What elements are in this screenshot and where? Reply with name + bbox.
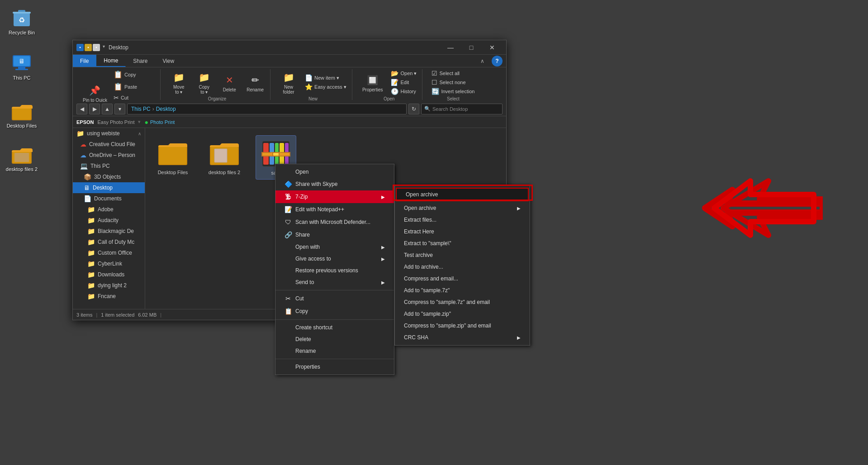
ctx-notepad[interactable]: 📝 Edit with Notepad++ bbox=[275, 203, 394, 216]
ctx-open-with[interactable]: Open with ▶ bbox=[275, 241, 394, 253]
breadcrumb-part-2: Desktop bbox=[156, 106, 176, 112]
sidebar-item-call-of-duty[interactable]: 📁 Call of Duty Mc bbox=[73, 237, 145, 247]
desktop-files-2-label: desktop files 2 bbox=[6, 166, 38, 172]
sidebar-item-onedrive[interactable]: ☁ OneDrive – Person bbox=[73, 150, 145, 161]
desktop-icon-desktop-files[interactable]: Desktop Files bbox=[4, 98, 40, 130]
explorer-title: Desktop bbox=[109, 44, 440, 51]
file-desktop-files[interactable]: Desktop Files bbox=[152, 135, 193, 179]
easy-access-button[interactable]: ⭐Easy access ▾ bbox=[303, 83, 348, 91]
submenu-extract-here[interactable]: Extract Here bbox=[395, 226, 530, 237]
tab-home[interactable]: Home bbox=[96, 55, 126, 67]
search-icon: 🔍 bbox=[424, 106, 431, 112]
sidebar-item-blackmagic[interactable]: 📁 Blackmagic De bbox=[73, 226, 145, 237]
move-to-button[interactable]: 📁 Moveto ▾ bbox=[168, 69, 190, 95]
ctx-properties[interactable]: Properties bbox=[275, 361, 394, 373]
sidebar: 📁 using webiste ∧ ☁ Creative Cloud File … bbox=[73, 128, 145, 309]
ctx-send-to[interactable]: Send to ▶ bbox=[275, 276, 394, 288]
ctx-cut-icon: ✂ bbox=[285, 295, 292, 302]
submenu-crc-sha[interactable]: CRC SHA ▶ bbox=[395, 332, 530, 343]
select-all-btn[interactable]: ☑Select all bbox=[430, 69, 476, 77]
forward-button[interactable]: ▶ bbox=[89, 104, 100, 114]
recycle-bin-label: Recycle Bin bbox=[9, 30, 35, 35]
titlebar-icon-2: ▪ bbox=[85, 44, 92, 51]
tab-file[interactable]: File bbox=[73, 55, 96, 67]
ctx-defender-icon: 🛡 bbox=[285, 218, 292, 226]
ctx-copy-icon: 📋 bbox=[285, 308, 292, 315]
sidebar-item-adobe[interactable]: 📁 Adobe bbox=[73, 204, 145, 215]
sidebar-item-desktop[interactable]: 🖥 Desktop bbox=[73, 182, 145, 193]
refresh-button[interactable]: ↻ bbox=[408, 104, 419, 114]
address-bar: ◀ ▶ ▲ ▾ This PC › Desktop ↻ 🔍 Search Des… bbox=[73, 102, 506, 116]
breadcrumb[interactable]: This PC › Desktop bbox=[127, 104, 407, 114]
submenu-add-7z[interactable]: Add to "sample.7z" bbox=[395, 285, 530, 296]
ctx-give-access[interactable]: Give access to ▶ bbox=[275, 253, 394, 265]
this-pc-label: This PC bbox=[13, 75, 30, 81]
desktop-icon-desktop-files-2[interactable]: desktop files 2 bbox=[4, 141, 40, 174]
ctx-create-shortcut[interactable]: Create shortcut bbox=[275, 322, 394, 333]
desktop-icon-recycle-bin[interactable]: ♻ Recycle Bin bbox=[4, 5, 40, 37]
sidebar-item-fncane[interactable]: 📁 Fncane bbox=[73, 291, 145, 302]
invert-selection-btn[interactable]: 🔄Invert selection bbox=[430, 87, 476, 95]
minimize-button[interactable]: — bbox=[440, 40, 461, 55]
paste-button[interactable]: 📋 Paste bbox=[112, 81, 157, 92]
copy-to-button[interactable]: 📁 Copyto ▾ bbox=[193, 69, 215, 95]
svg-rect-15 bbox=[159, 147, 186, 164]
ctx-cut[interactable]: ✂ Cut bbox=[275, 292, 394, 305]
back-button[interactable]: ◀ bbox=[76, 104, 87, 114]
sidebar-item-downloads[interactable]: 📁 Downloads bbox=[73, 269, 145, 280]
title-bar: ▪ ▪ ▪ ▾ Desktop — □ ✕ bbox=[73, 40, 506, 55]
new-folder-button[interactable]: 📁 Newfolder bbox=[278, 69, 299, 95]
select-none-btn[interactable]: ☐Select none bbox=[430, 78, 476, 86]
properties-button[interactable]: 🔲 Properties bbox=[360, 72, 386, 93]
desktop-icon-this-pc[interactable]: 🖥 This PC bbox=[4, 50, 40, 82]
svg-rect-7 bbox=[15, 69, 28, 70]
maximize-button[interactable]: □ bbox=[461, 40, 482, 55]
submenu-open-archive[interactable]: Open archive ▶ bbox=[395, 202, 530, 214]
cut-button[interactable]: ✂Cut bbox=[112, 94, 157, 102]
sidebar-item-creative-cloud[interactable]: ☁ Creative Cloud File bbox=[73, 139, 145, 150]
ctx-7zip[interactable]: 🗜 7-Zip ▶ bbox=[275, 190, 394, 203]
sidebar-item-cyberlink[interactable]: 📁 CyberLink bbox=[73, 258, 145, 269]
close-button[interactable]: ✕ bbox=[482, 40, 503, 55]
copy-button[interactable]: 📋 Copy bbox=[112, 69, 157, 80]
new-item-button[interactable]: 📄New item ▾ bbox=[303, 74, 348, 82]
help-button[interactable]: ? bbox=[492, 56, 503, 66]
submenu-compress-zip-email[interactable]: Compress to "sample.zip" and email bbox=[395, 320, 530, 332]
delete-button[interactable]: ✕ Delete bbox=[218, 72, 240, 93]
photo-print-btn[interactable]: ● Photo Print bbox=[144, 119, 175, 126]
submenu-add-to-archive[interactable]: Add to archive... bbox=[395, 261, 530, 273]
ctx-share[interactable]: 🔗 Share bbox=[275, 228, 394, 241]
sidebar-item-documents[interactable]: 📄 Documents bbox=[73, 193, 145, 204]
sidebar-item-audacity[interactable]: 📁 Audacity bbox=[73, 215, 145, 226]
search-bar[interactable]: 🔍 Search Desktop bbox=[421, 104, 503, 114]
tab-view[interactable]: View bbox=[155, 55, 182, 67]
submenu-extract-files[interactable]: Extract files... bbox=[395, 214, 530, 226]
ctx-open[interactable]: Open bbox=[275, 166, 394, 178]
ctx-restore-versions[interactable]: Restore previous versions bbox=[275, 265, 394, 276]
tab-share[interactable]: Share bbox=[126, 55, 155, 67]
sidebar-item-dying-light[interactable]: 📁 dying light 2 bbox=[73, 280, 145, 291]
rename-button[interactable]: ✏ Rename bbox=[244, 72, 266, 93]
file-desktop-files-2[interactable]: desktop files 2 bbox=[204, 135, 245, 179]
submenu-extract-to[interactable]: Extract to "sample\" bbox=[395, 237, 530, 249]
history-btn[interactable]: 🕐History bbox=[389, 87, 418, 95]
submenu-compress-7z-email[interactable]: Compress to "sample.7z" and email bbox=[395, 296, 530, 308]
up-button[interactable]: ▲ bbox=[102, 104, 113, 114]
open-btn[interactable]: 📂Open ▾ bbox=[389, 69, 418, 77]
ctx-share-skype[interactable]: 🔷 Share with Skype bbox=[275, 178, 394, 190]
submenu-add-zip[interactable]: Add to "sample.zip" bbox=[395, 308, 530, 320]
recent-button[interactable]: ▾ bbox=[114, 104, 125, 114]
edit-btn[interactable]: 📝Edit bbox=[389, 78, 418, 86]
submenu-open-archive-highlighted[interactable]: Open archive bbox=[396, 188, 529, 201]
ctx-defender[interactable]: 🛡 Scan with Microsoft Defender... bbox=[275, 216, 394, 228]
ctx-rename[interactable]: Rename bbox=[275, 345, 394, 357]
submenu-compress-email[interactable]: Compress and email... bbox=[395, 273, 530, 285]
sidebar-item-using-website[interactable]: 📁 using webiste ∧ bbox=[73, 128, 145, 139]
ctx-delete[interactable]: Delete bbox=[275, 333, 394, 345]
ribbon-collapse-btn[interactable]: ∧ bbox=[477, 55, 488, 67]
ctx-copy[interactable]: 📋 Copy bbox=[275, 305, 394, 318]
submenu-test-archive[interactable]: Test archive bbox=[395, 249, 530, 261]
sidebar-item-3d-objects[interactable]: 📦 3D Objects bbox=[73, 171, 145, 182]
sidebar-item-custom-office[interactable]: 📁 Custom Office bbox=[73, 247, 145, 258]
sidebar-item-this-pc[interactable]: 💻 This PC bbox=[73, 161, 145, 171]
